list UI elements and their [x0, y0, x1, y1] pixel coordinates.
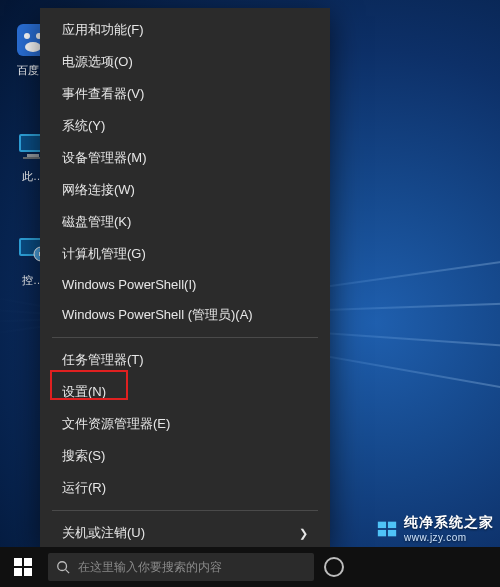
menu-item-ps[interactable]: Windows PowerShell(I)	[40, 270, 330, 299]
menu-item-label: 运行(R)	[62, 479, 106, 497]
watermark: 纯净系统之家 www.jzy.com	[376, 514, 494, 543]
watermark-url: www.jzy.com	[404, 532, 494, 543]
chevron-right-icon: ❯	[299, 527, 308, 540]
menu-item-label: Windows PowerShell(I)	[62, 277, 196, 292]
svg-rect-17	[24, 558, 32, 566]
menu-item-label: 磁盘管理(K)	[62, 213, 131, 231]
start-button[interactable]	[0, 547, 46, 587]
search-placeholder: 在这里输入你要搜索的内容	[78, 559, 222, 576]
svg-rect-12	[378, 521, 386, 527]
search-icon	[56, 560, 70, 574]
menu-item-netconn[interactable]: 网络连接(W)	[40, 174, 330, 206]
menu-item-label: 应用和功能(F)	[62, 21, 144, 39]
menu-item-label: 文件资源管理器(E)	[62, 415, 170, 433]
svg-rect-15	[388, 529, 396, 535]
windows-logo-icon	[14, 558, 32, 576]
menu-item-label: 搜索(S)	[62, 447, 105, 465]
menu-item-search[interactable]: 搜索(S)	[40, 440, 330, 472]
svg-point-1	[24, 33, 30, 39]
menu-item-label: 计算机管理(G)	[62, 245, 146, 263]
menu-item-eventviewer[interactable]: 事件查看器(V)	[40, 78, 330, 110]
menu-item-taskmgr[interactable]: 任务管理器(T)	[40, 344, 330, 376]
winx-menu: 应用和功能(F)电源选项(O)事件查看器(V)系统(Y)设备管理器(M)网络连接…	[40, 8, 330, 547]
watermark-logo-icon	[376, 518, 398, 540]
menu-item-psadmin[interactable]: Windows PowerShell (管理员)(A)	[40, 299, 330, 331]
menu-item-diskmgmt[interactable]: 磁盘管理(K)	[40, 206, 330, 238]
menu-item-label: 关机或注销(U)	[62, 524, 145, 542]
menu-item-label: 任务管理器(T)	[62, 351, 144, 369]
menu-item-power[interactable]: 电源选项(O)	[40, 46, 330, 78]
svg-rect-13	[388, 521, 396, 527]
svg-point-20	[58, 562, 67, 571]
svg-rect-6	[27, 154, 39, 157]
svg-rect-14	[378, 529, 386, 535]
svg-rect-18	[14, 568, 22, 576]
watermark-brand: 纯净系统之家	[404, 514, 494, 532]
cortana-button[interactable]	[314, 547, 354, 587]
menu-item-label: 事件查看器(V)	[62, 85, 144, 103]
menu-item-system[interactable]: 系统(Y)	[40, 110, 330, 142]
svg-line-21	[66, 570, 70, 574]
svg-rect-16	[14, 558, 22, 566]
menu-item-label: 设备管理器(M)	[62, 149, 147, 167]
menu-item-apps[interactable]: 应用和功能(F)	[40, 14, 330, 46]
menu-item-label: 设置(N)	[62, 383, 106, 401]
desktop[interactable]: 百度… 此… 控… 应用和功能(F)电源选项(O)事件查看器(V)系统(Y)设备…	[0, 0, 500, 587]
menu-separator	[52, 337, 318, 338]
svg-rect-19	[24, 568, 32, 576]
taskbar: 在这里输入你要搜索的内容	[0, 547, 500, 587]
menu-item-label: 系统(Y)	[62, 117, 105, 135]
menu-item-shutdown[interactable]: 关机或注销(U)❯	[40, 517, 330, 549]
menu-item-label: Windows PowerShell (管理员)(A)	[62, 306, 253, 324]
menu-item-settings[interactable]: 设置(N)	[40, 376, 330, 408]
svg-point-3	[25, 42, 41, 52]
menu-item-run[interactable]: 运行(R)	[40, 472, 330, 504]
menu-item-label: 网络连接(W)	[62, 181, 135, 199]
menu-item-label: 电源选项(O)	[62, 53, 133, 71]
cortana-icon	[324, 557, 344, 577]
menu-item-compmgmt[interactable]: 计算机管理(G)	[40, 238, 330, 270]
taskbar-search[interactable]: 在这里输入你要搜索的内容	[48, 553, 314, 581]
menu-item-explorer[interactable]: 文件资源管理器(E)	[40, 408, 330, 440]
menu-separator	[52, 510, 318, 511]
menu-item-devmgr[interactable]: 设备管理器(M)	[40, 142, 330, 174]
